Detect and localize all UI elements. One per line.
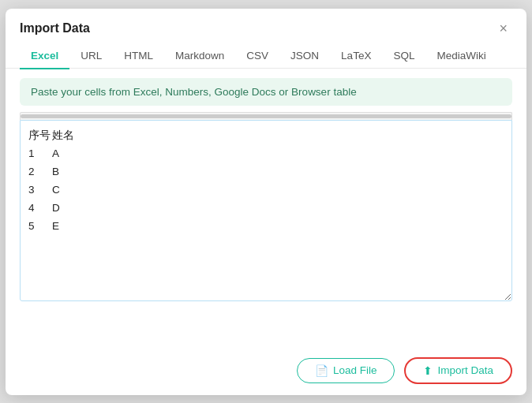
data-input[interactable]: 序号 姓名 1 A 2 B 3 C 4 D 5 E bbox=[20, 120, 512, 301]
dialog-title: Import Data bbox=[20, 21, 90, 35]
tab-sql[interactable]: SQL bbox=[382, 43, 425, 69]
tab-markdown[interactable]: Markdown bbox=[164, 43, 235, 69]
load-file-button[interactable]: 📄 Load File bbox=[297, 358, 395, 383]
dialog-header: Import Data × bbox=[6, 9, 526, 43]
close-button[interactable]: × bbox=[494, 20, 512, 37]
tabs-row: Excel URL HTML Markdown CSV JSON LaTeX S… bbox=[6, 43, 526, 69]
tab-latex[interactable]: LaTeX bbox=[330, 43, 382, 69]
tab-csv[interactable]: CSV bbox=[235, 43, 279, 69]
dialog-footer: 📄 Load File ⬆ Import Data bbox=[6, 346, 526, 395]
textarea-wrapper: 序号 姓名 1 A 2 B 3 C 4 D 5 E bbox=[20, 120, 512, 346]
load-icon: 📄 bbox=[315, 364, 328, 377]
tab-html[interactable]: HTML bbox=[113, 43, 164, 69]
load-file-label: Load File bbox=[333, 364, 377, 376]
import-data-button[interactable]: ⬆ Import Data bbox=[404, 357, 512, 384]
horizontal-scrollbar[interactable] bbox=[20, 112, 512, 120]
import-data-label: Import Data bbox=[437, 364, 493, 376]
tab-excel[interactable]: Excel bbox=[20, 43, 69, 69]
scrollbar-thumb bbox=[21, 114, 511, 118]
import-dialog: Import Data × Excel URL HTML Markdown CS… bbox=[6, 9, 526, 395]
tab-json[interactable]: JSON bbox=[279, 43, 330, 69]
hint-bar: Paste your cells from Excel, Numbers, Go… bbox=[20, 78, 512, 106]
tab-mediawiki[interactable]: MediaWiki bbox=[425, 43, 496, 69]
hint-text: Paste your cells from Excel, Numbers, Go… bbox=[31, 86, 357, 98]
import-icon: ⬆ bbox=[423, 364, 433, 377]
tab-url[interactable]: URL bbox=[69, 43, 113, 69]
